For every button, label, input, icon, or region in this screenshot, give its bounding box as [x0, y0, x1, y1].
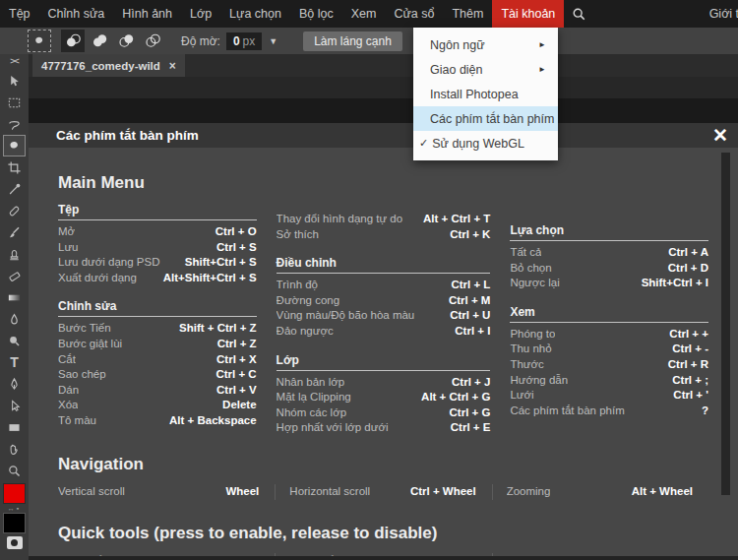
shortcut-row: Xuất dưới dạngAlt+Shift+Ctrl + S	[58, 271, 257, 286]
menu-gioi-thieu[interactable]: Giới th	[709, 7, 738, 21]
shortcut-row: Sao chépCtrl + C	[58, 367, 257, 383]
menu-item-giao-dien[interactable]: Giao diện ►	[413, 57, 558, 82]
healing-tool-icon[interactable]	[3, 200, 26, 221]
hand-tool-icon[interactable]	[3, 438, 26, 460]
path-select-tool-icon[interactable]	[3, 395, 26, 416]
shortcut-row: Mặt lạ ClippingAlt + Ctrl + G	[277, 390, 491, 405]
clone-stamp-tool-icon[interactable]	[3, 243, 26, 265]
document-tabbar: 4777176_comedy-wild ×	[29, 54, 738, 77]
menu-cua-so[interactable]: Cửa sổ	[385, 0, 443, 28]
shortcut-row: Đường congCtrl + M	[277, 293, 491, 309]
quick-mask-icon[interactable]	[7, 536, 23, 549]
shortcut-row: CắtCtrl + X	[58, 352, 257, 368]
brush-tool-icon[interactable]	[3, 221, 26, 243]
canvas-area	[29, 77, 738, 98]
shortcut-row: Hướng dẫnCtrl + ;	[510, 373, 708, 389]
dodge-tool-icon[interactable]	[3, 330, 26, 351]
menu-item-use-webgl[interactable]: ✓ Sử dụng WebGL	[413, 131, 558, 156]
menu-chinh-sua[interactable]: Chỉnh sửa	[39, 0, 114, 28]
shortcut-row: ZoomingAlt + Wheel	[492, 484, 708, 500]
crop-tool-icon[interactable]	[3, 156, 26, 178]
submenu-arrow-icon: ►	[538, 40, 546, 49]
navigation-heading: Navigation	[58, 455, 708, 474]
quick-tools-heading: Quick tools (press to enable, release to…	[58, 524, 708, 543]
group-dieu-chinh: Điều chỉnh Trình độCtrl + L Đường congCt…	[277, 256, 491, 339]
color-swatches: ↔▪	[3, 483, 26, 549]
lasso-tool-icon[interactable]	[3, 113, 26, 135]
dialog-bottom-edge	[29, 556, 738, 560]
shortcut-row: Sở thíchCtrl + K	[277, 227, 491, 243]
eraser-tool-icon[interactable]	[3, 265, 26, 286]
group-chinh-sua: Chỉnh sửa Bước TiếnShift + Ctrl + Z Bước…	[58, 299, 257, 428]
foreground-color-swatch[interactable]	[3, 483, 26, 504]
menu-tep[interactable]: Tệp	[0, 0, 39, 28]
opacity-input[interactable]: 0px	[226, 32, 262, 50]
mode-intersect-selection-icon[interactable]	[141, 30, 164, 52]
group-xem: Xem Phóng toCtrl + + Thu nhỏCtrl + - Thư…	[510, 305, 708, 419]
background-color-swatch[interactable]	[3, 513, 26, 533]
blur-tool-icon[interactable]	[3, 308, 26, 330]
check-icon: ✓	[419, 137, 428, 150]
shortcut-row: Bước giật lùiCtrl + Z	[58, 337, 257, 352]
eyedropper-tool-icon[interactable]	[3, 178, 26, 200]
shortcut-row: LướiCtrl + '	[510, 388, 708, 404]
shortcut-row: Nhóm các lớpCtrl + G	[277, 405, 491, 421]
gradient-tool-icon[interactable]	[3, 286, 26, 308]
menu-them[interactable]: Thêm	[443, 0, 492, 28]
shortcut-row: Tất cảCtrl + A	[510, 245, 708, 261]
quick-selection-tool-icon[interactable]	[3, 135, 26, 156]
opacity-caret-icon[interactable]: ▼	[269, 36, 277, 46]
shortcut-row: Đảo ngượcCtrl + I	[277, 324, 491, 340]
shortcut-row: Trình độCtrl + L	[277, 278, 491, 293]
tool-options-bar: Độ mờ: 0px ▼ Làm láng cạnh	[0, 28, 738, 54]
group-lua-chon: Lựa chọn Tất cảCtrl + A Bỏ chọnCtrl + D …	[510, 223, 708, 291]
mode-add-selection-icon[interactable]	[88, 30, 111, 52]
dialog-scrollbar[interactable]	[721, 153, 730, 495]
menu-lop[interactable]: Lớp	[181, 0, 220, 28]
dialog-header: Các phím tắt bàn phím ✕	[29, 123, 738, 148]
move-tool-icon[interactable]	[3, 70, 26, 92]
dialog-close-icon[interactable]: ✕	[712, 126, 728, 145]
shortcut-row: Bỏ chọnCtrl + D	[510, 261, 708, 277]
menubar: Tệp Chỉnh sửa Hình ảnh Lớp Lựa chọn Bộ l…	[0, 0, 738, 28]
mode-new-selection-icon[interactable]	[61, 30, 85, 52]
shortcut-row: Vùng màu/Độ bão hòa màuCtrl + U	[277, 308, 491, 324]
shortcut-row: Lưu dưới dạng PSDShift+Ctrl + S	[58, 255, 257, 271]
photopea-app: Tệp Chỉnh sửa Hình ảnh Lớp Lựa chọn Bộ l…	[0, 0, 738, 560]
swap-colors-icon[interactable]: ↔▪	[8, 504, 21, 513]
shortcut-row: Ngược lạiShift+Ctrl + I	[510, 276, 708, 291]
zoom-tool-icon[interactable]	[3, 460, 26, 481]
navigation-rows: Vertical scrollWheel Horizontal scrollCt…	[58, 484, 708, 500]
type-tool-icon[interactable]: T	[3, 351, 26, 373]
column-1: Tệp MởCtrl + O LưuCtrl + S Lưu dưới dạng…	[58, 203, 257, 429]
menu-hinh-anh[interactable]: Hình ảnh	[113, 0, 181, 28]
menu-xem[interactable]: Xem	[342, 0, 386, 28]
shortcut-row: ThướcCtrl + R	[510, 357, 708, 373]
menu-tai-khoan[interactable]: Tài khoản	[492, 0, 564, 28]
column-3: Lựa chọn Tất cảCtrl + A Bỏ chọnCtrl + D …	[510, 203, 708, 418]
menu-item-install-photopea[interactable]: Install Photopea	[413, 82, 558, 106]
marquee-tool-icon[interactable]	[3, 92, 26, 113]
selection-modes	[61, 30, 167, 52]
pen-tool-icon[interactable]	[3, 373, 26, 395]
tab-close-icon[interactable]: ×	[169, 59, 176, 73]
mode-subtract-selection-icon[interactable]	[114, 30, 138, 52]
search-icon[interactable]	[564, 7, 594, 22]
menu-lua-chon[interactable]: Lựa chọn	[220, 0, 290, 28]
dialog-body: Main Menu Tệp MởCtrl + O LưuCtrl + S Lưu…	[29, 148, 738, 560]
shortcut-columns: Tệp MởCtrl + O LưuCtrl + S Lưu dưới dạng…	[58, 203, 708, 441]
document-tab-title: 4777176_comedy-wild	[41, 60, 160, 72]
menu-bo-loc[interactable]: Bộ lọc	[290, 0, 342, 28]
group-lop: Lớp Nhân bản lớpCtrl + J Mặt lạ Clipping…	[277, 353, 491, 436]
anti-alias-button[interactable]: Làm láng cạnh	[303, 31, 402, 51]
shape-tool-icon[interactable]	[3, 416, 26, 438]
shortcut-row: Tô màuAlt + Backspace	[58, 413, 257, 429]
shortcut-row: Vertical scrollWheel	[58, 484, 275, 500]
document-tab[interactable]: 4777176_comedy-wild ×	[32, 54, 185, 77]
menu-item-keyboard-shortcuts[interactable]: Các phím tắt bàn phím	[413, 106, 558, 131]
collapse-arrows-icon[interactable]: ><	[10, 54, 19, 70]
group-freeform: Thay đổi hình dạng tự doAlt + Ctrl + T S…	[277, 212, 491, 242]
menu-item-ngon-ngu[interactable]: Ngôn ngữ ►	[413, 32, 558, 57]
group-tep: Tệp MởCtrl + O LưuCtrl + S Lưu dưới dạng…	[58, 203, 257, 285]
account-dropdown-menu: Ngôn ngữ ► Giao diện ► Install Photopea …	[413, 28, 558, 160]
